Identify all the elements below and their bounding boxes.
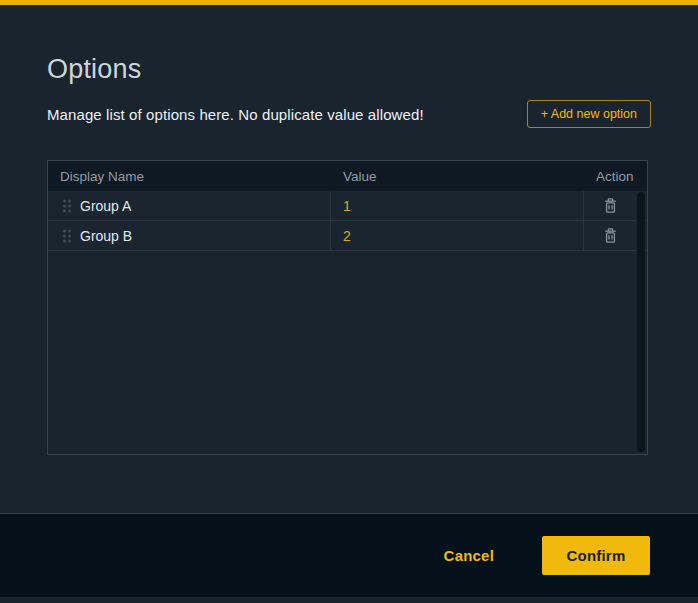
option-display-name[interactable]: Group B [78,228,132,244]
modal-title: Options [47,54,141,85]
column-header-action: Action [584,169,653,184]
drag-handle[interactable] [56,228,78,244]
option-value[interactable]: 1 [331,191,584,220]
confirm-button[interactable]: Confirm [542,536,650,575]
table-row: Group B 2 [48,221,647,251]
column-header-display-name: Display Name [48,169,331,184]
delete-option-button[interactable] [601,225,620,246]
trash-icon [603,227,618,244]
modal-subtitle: Manage list of options here. No duplicat… [47,106,424,123]
add-new-option-button[interactable]: + Add new option [527,100,651,128]
drag-handle-icon [61,198,73,214]
delete-option-button[interactable] [601,195,620,216]
column-header-value: Value [331,169,584,184]
subtitle-row: Manage list of options here. No duplicat… [47,100,651,128]
display-name-cell: Group A [48,191,331,220]
top-accent-bar [0,0,698,5]
table-header: Display Name Value Action [48,161,647,191]
modal-footer: Cancel Confirm [0,513,698,597]
table-scrollbar[interactable] [637,192,645,452]
display-name-cell: Group B [48,221,331,250]
option-value[interactable]: 2 [331,221,584,250]
cancel-button[interactable]: Cancel [444,547,494,564]
options-modal: Options Manage list of options here. No … [0,0,698,603]
table-row: Group A 1 [48,191,647,221]
trash-icon [603,197,618,214]
options-table: Display Name Value Action Group A 1 [47,160,648,455]
drag-handle-icon [61,228,73,244]
option-display-name[interactable]: Group A [78,198,131,214]
drag-handle[interactable] [56,198,78,214]
